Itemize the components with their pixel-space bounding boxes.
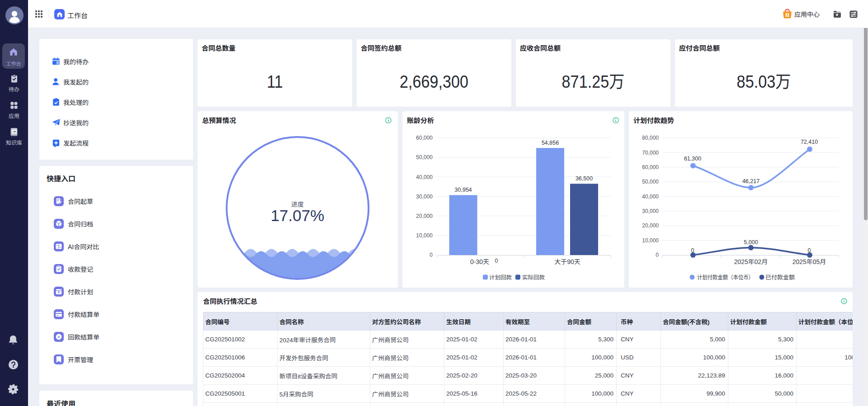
svg-text:50,000: 50,000 [416,154,433,161]
svg-text:72,410: 72,410 [801,139,818,145]
svg-text:70,000: 70,000 [642,150,659,156]
svg-text:5,000: 5,000 [744,239,758,245]
svg-text:¥: ¥ [58,335,60,339]
svg-text:36,500: 36,500 [576,175,593,182]
svg-text:61,300: 61,300 [684,156,701,162]
svg-text:¥: ¥ [58,291,60,294]
svg-text:10,000: 10,000 [416,232,433,239]
svg-text:计划回款: 计划回款 [489,274,512,281]
svg-text:大于90天: 大于90天 [554,258,580,265]
svg-text:计划付款金额（本位币）: 计划付款金额（本位币） [697,274,754,281]
svg-text:46,217: 46,217 [742,178,760,184]
svg-text:20,000: 20,000 [416,213,433,219]
svg-text:0: 0 [429,252,433,258]
svg-text:实际回款: 实际回款 [522,274,545,281]
svg-text:80,000: 80,000 [642,135,659,141]
svg-text:17.07%: 17.07% [271,207,325,224]
svg-text:60,000: 60,000 [642,164,659,170]
svg-text:2025年05月: 2025年05月 [793,258,826,265]
svg-text:已付款金额: 已付款金额 [765,274,795,281]
svg-text:0: 0 [691,247,694,254]
svg-text:40,000: 40,000 [416,174,433,180]
svg-text:60,000: 60,000 [416,135,433,141]
svg-text:30,000: 30,000 [642,208,659,214]
svg-text:10,000: 10,000 [642,237,659,244]
svg-text:0: 0 [495,258,498,264]
svg-text:20,000: 20,000 [642,222,659,229]
svg-text:30,000: 30,000 [416,194,433,200]
svg-text:0: 0 [656,252,659,258]
svg-text:0-30天: 0-30天 [470,258,489,265]
svg-text:30,954: 30,954 [455,187,472,193]
svg-text:AI: AI [13,130,16,133]
svg-text:0: 0 [808,247,811,254]
svg-text:54,856: 54,856 [542,140,559,146]
svg-text:2025年02月: 2025年02月 [734,258,768,265]
svg-text:50,000: 50,000 [642,179,659,185]
svg-text:40,000: 40,000 [642,194,659,200]
